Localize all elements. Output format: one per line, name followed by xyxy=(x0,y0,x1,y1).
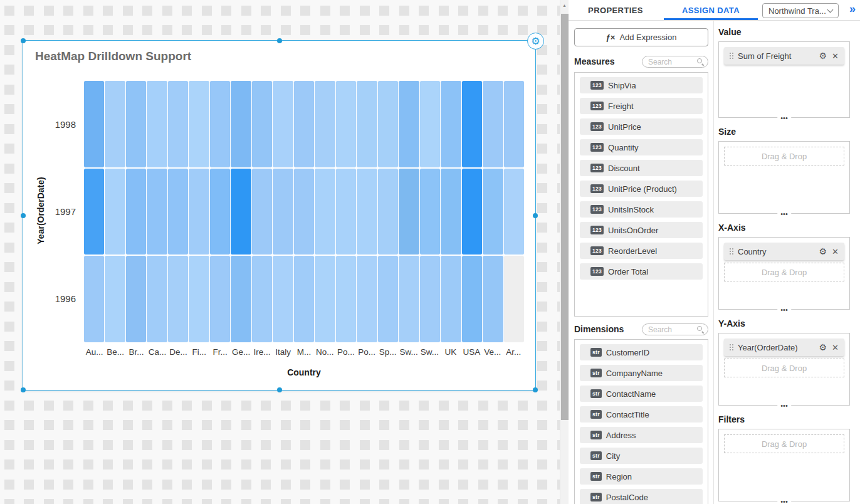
assigned-field-chip[interactable]: Sum of Freight⚙✕ xyxy=(724,47,844,65)
resize-handle-bottom-right[interactable] xyxy=(533,387,538,392)
well-size[interactable]: Drag & Drop••• xyxy=(718,141,850,214)
heatmap-cell[interactable] xyxy=(315,169,335,255)
heatmap-cell[interactable] xyxy=(189,256,209,342)
heatmap-cell[interactable] xyxy=(126,81,146,167)
gear-icon[interactable]: ⚙ xyxy=(819,343,827,352)
heatmap-cell[interactable] xyxy=(441,256,461,342)
resize-handle-top-left[interactable] xyxy=(21,38,26,43)
heatmap-cell[interactable] xyxy=(168,81,188,167)
more-options-icon[interactable]: ••• xyxy=(777,115,791,121)
heatmap-cell[interactable] xyxy=(84,169,104,255)
measure-item[interactable]: 123UnitsOnOrder xyxy=(580,222,703,238)
heatmap-cell[interactable] xyxy=(504,256,524,342)
dashboard-canvas[interactable]: HeatMap Drilldown Support Year(OrderDate… xyxy=(0,0,560,504)
heatmap-cell[interactable] xyxy=(168,169,188,255)
resize-handle-bottom-left[interactable] xyxy=(21,387,26,392)
heatmap-cell[interactable] xyxy=(231,256,251,342)
well-value[interactable]: Sum of Freight⚙✕••• xyxy=(718,41,850,118)
heatmap-cell[interactable] xyxy=(462,169,482,255)
measure-item[interactable]: 123UnitPrice (Product) xyxy=(580,181,703,197)
heatmap-cell[interactable] xyxy=(231,81,251,167)
measures-search[interactable] xyxy=(642,56,708,68)
close-icon[interactable]: ✕ xyxy=(832,52,839,60)
dimension-item[interactable]: strContactTitle xyxy=(580,406,703,423)
heatmap-cell[interactable] xyxy=(105,81,125,167)
tab-properties[interactable]: PROPERTIES xyxy=(569,0,663,21)
heatmap-cell[interactable] xyxy=(105,169,125,255)
heatmap-widget[interactable]: HeatMap Drilldown Support Year(OrderDate… xyxy=(23,40,536,391)
widget-settings-icon[interactable]: ⚙ xyxy=(527,33,544,50)
scrollbar-thumb[interactable] xyxy=(561,14,569,420)
heatmap-cell[interactable] xyxy=(210,169,230,255)
resize-handle-bottom-center[interactable] xyxy=(277,387,282,392)
well-y-axis[interactable]: Year(OrderDate)⚙✕Drag & Drop••• xyxy=(718,333,850,406)
heatmap-cell[interactable] xyxy=(294,256,314,342)
heatmap-cell[interactable] xyxy=(420,81,440,167)
dimension-item[interactable]: strAddress xyxy=(580,427,703,443)
heatmap-cell[interactable] xyxy=(483,81,503,167)
drag-drop-zone[interactable]: Drag & Drop xyxy=(724,434,844,453)
assigned-field-chip[interactable]: Year(OrderDate)⚙✕ xyxy=(724,339,844,356)
heatmap-cell[interactable] xyxy=(189,169,209,255)
add-expression-button[interactable]: ƒ× Add Expression xyxy=(574,28,708,46)
heatmap-cell[interactable] xyxy=(252,81,272,167)
drag-drop-zone[interactable]: Drag & Drop xyxy=(724,359,844,377)
heatmap-cell[interactable] xyxy=(294,169,314,255)
drag-drop-zone[interactable]: Drag & Drop xyxy=(724,147,844,165)
measure-item[interactable]: 123ReorderLevel xyxy=(580,243,703,259)
heatmap-cell[interactable] xyxy=(504,169,524,255)
heatmap-cell[interactable] xyxy=(147,81,167,167)
gear-icon[interactable]: ⚙ xyxy=(819,51,827,60)
heatmap-cell[interactable] xyxy=(315,81,335,167)
more-options-icon[interactable]: ••• xyxy=(777,307,791,313)
heatmap-cell[interactable] xyxy=(231,169,251,255)
heatmap-cell[interactable] xyxy=(483,169,503,255)
heatmap-cell[interactable] xyxy=(441,169,461,255)
heatmap-plot[interactable] xyxy=(84,81,524,342)
well-filters[interactable]: Drag & Drop••• xyxy=(718,429,850,501)
dimensions-search[interactable] xyxy=(642,323,708,335)
more-options-icon[interactable]: ••• xyxy=(777,402,791,409)
heatmap-cell[interactable] xyxy=(126,169,146,255)
heatmap-cell[interactable] xyxy=(210,81,230,167)
drag-handle-icon[interactable] xyxy=(730,248,731,249)
measure-item[interactable]: 123UnitPrice xyxy=(580,118,703,135)
heatmap-cell[interactable] xyxy=(441,81,461,167)
resize-handle-right-middle[interactable] xyxy=(533,213,538,218)
measure-item[interactable]: 123Freight xyxy=(580,98,703,114)
well-x-axis[interactable]: Country⚙✕Drag & Drop••• xyxy=(718,237,850,310)
more-options-icon[interactable]: ••• xyxy=(777,498,791,504)
heatmap-cell[interactable] xyxy=(84,81,104,167)
measure-item[interactable]: 123ShipVia xyxy=(580,77,703,93)
heatmap-cell[interactable] xyxy=(399,256,419,342)
canvas-scrollbar[interactable]: ▲ xyxy=(560,0,569,504)
measure-item[interactable]: 123Order Total xyxy=(580,263,703,280)
heatmap-cell[interactable] xyxy=(462,256,482,342)
dimension-item[interactable]: strCustomerID xyxy=(580,344,703,360)
heatmap-cell[interactable] xyxy=(294,81,314,167)
heatmap-cell[interactable] xyxy=(399,81,419,167)
heatmap-cell[interactable] xyxy=(357,81,377,167)
measure-item[interactable]: 123Discount xyxy=(580,160,703,176)
dimension-item[interactable]: strCity xyxy=(580,448,703,464)
resize-handle-left-middle[interactable] xyxy=(21,213,26,218)
drag-drop-zone[interactable]: Drag & Drop xyxy=(724,263,844,281)
measure-item[interactable]: 123UnitsInStock xyxy=(580,201,703,218)
heatmap-cell[interactable] xyxy=(420,256,440,342)
heatmap-cell[interactable] xyxy=(420,169,440,255)
heatmap-cell[interactable] xyxy=(126,256,146,342)
heatmap-cell[interactable] xyxy=(273,81,293,167)
heatmap-cell[interactable] xyxy=(252,256,272,342)
dimension-item[interactable]: strContactName xyxy=(580,386,703,402)
assigned-field-chip[interactable]: Country⚙✕ xyxy=(724,243,844,260)
heatmap-cell[interactable] xyxy=(315,256,335,342)
heatmap-cell[interactable] xyxy=(252,169,272,255)
dimension-item[interactable]: strPostalCode xyxy=(580,489,703,504)
heatmap-cell[interactable] xyxy=(105,256,125,342)
heatmap-cell[interactable] xyxy=(483,256,503,342)
gear-icon[interactable]: ⚙ xyxy=(819,247,827,256)
heatmap-cell[interactable] xyxy=(168,256,188,342)
heatmap-cell[interactable] xyxy=(336,256,356,342)
scroll-up-icon[interactable]: ▲ xyxy=(560,0,569,10)
heatmap-cell[interactable] xyxy=(273,169,293,255)
